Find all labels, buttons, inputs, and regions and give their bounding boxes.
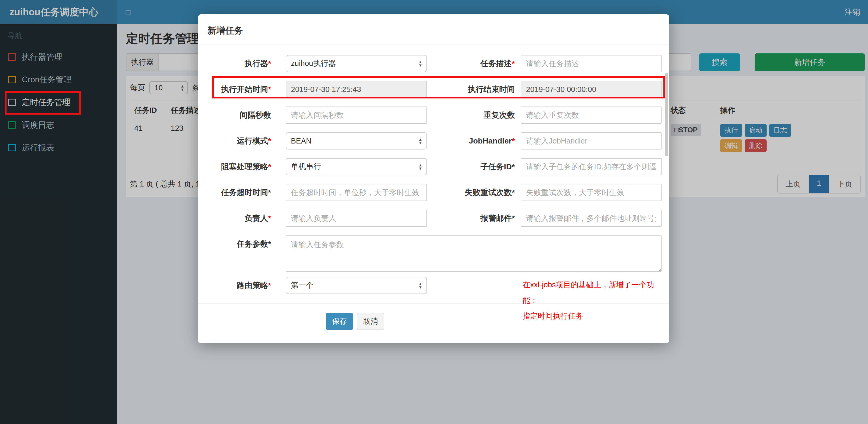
route-strategy-select-value: 第一个 — [291, 280, 314, 291]
form-row-1: 执行器* zuihou执行器 ▲▼ 任务描述* — [198, 55, 669, 72]
modal-title: 新增任务 — [198, 14, 669, 37]
jobhandler-input[interactable] — [521, 132, 661, 150]
feature-note-text: 在xxl-jobs项目的基础上，新增了一个功能： 指定时间执行任务 — [523, 277, 663, 324]
form-row-5: 阻塞处理策略* 单机串行 ▲▼ 子任务ID* — [198, 158, 669, 175]
fail-retry-label: 失败重试次数* — [427, 184, 515, 201]
jobhandler-label: JobHandler* — [427, 132, 515, 150]
fail-retry-input[interactable] — [521, 184, 661, 201]
cancel-button[interactable]: 取消 — [357, 313, 384, 330]
form-row-4: 运行模式* BEAN ▲▼ JobHandler* — [198, 132, 669, 150]
run-mode-select[interactable]: BEAN ▲▼ — [286, 132, 427, 150]
task-timeout-label: 任务超时时间* — [198, 184, 271, 201]
block-strategy-select-value: 单机串行 — [291, 161, 321, 172]
child-task-id-input[interactable] — [521, 158, 661, 175]
owner-label: 负责人* — [198, 210, 271, 227]
executor-select-value: zuihou执行器 — [291, 58, 336, 69]
interval-seconds-input[interactable] — [286, 106, 427, 124]
form-row-9: 路由策略* 第一个 ▲▼ 在xxl-jobs项目的基础上，新增了一个功能： 指定… — [198, 277, 669, 294]
feature-note-line2: 指定时间执行任务 — [523, 308, 663, 324]
save-button[interactable]: 保存 — [326, 313, 353, 330]
job-desc-label: 任务描述* — [427, 55, 515, 72]
interval-seconds-label: 间隔秒数 — [198, 106, 271, 124]
owner-input[interactable] — [286, 210, 427, 227]
form-row-3: 间隔秒数 重复次数 — [198, 106, 669, 124]
task-params-label: 任务参数* — [198, 235, 271, 253]
form-row-6: 任务超时时间* 失败重试次数* — [198, 184, 669, 201]
annotation-box-sidebar-item — [5, 91, 81, 115]
form-row-8: 任务参数* — [198, 235, 669, 272]
run-mode-label: 运行模式* — [198, 132, 271, 150]
child-task-id-label: 子任务ID* — [427, 158, 515, 175]
executor-select[interactable]: zuihou执行器 ▲▼ — [286, 55, 427, 72]
run-mode-select-value: BEAN — [291, 137, 311, 145]
task-timeout-input[interactable] — [286, 184, 427, 201]
annotation-box-time-row — [212, 76, 665, 98]
block-strategy-label: 阻塞处理策略* — [198, 158, 271, 175]
route-strategy-select[interactable]: 第一个 ▲▼ — [286, 277, 427, 294]
route-strategy-label: 路由策略* — [198, 277, 271, 294]
select-caret-icon: ▲▼ — [418, 282, 422, 289]
alarm-email-input[interactable] — [521, 210, 661, 227]
executor-label: 执行器* — [198, 55, 271, 72]
job-desc-input[interactable] — [521, 55, 661, 72]
form-row-7: 负责人* 报警邮件* — [198, 210, 669, 227]
repeat-count-label: 重复次数 — [427, 106, 515, 124]
modal-scrollbar-thumb[interactable] — [665, 73, 668, 156]
block-strategy-select[interactable]: 单机串行 ▲▼ — [286, 158, 427, 175]
select-caret-icon: ▲▼ — [418, 60, 422, 67]
app-root: zuihou任务调度中心 □ 注销 导航 执行器管理 Cron任务管理 定时任务… — [0, 0, 868, 424]
select-caret-icon: ▲▼ — [418, 163, 422, 170]
task-params-textarea[interactable] — [286, 235, 661, 272]
repeat-count-input[interactable] — [521, 106, 661, 124]
feature-note-line1: 在xxl-jobs项目的基础上，新增了一个功能： — [523, 277, 663, 308]
add-task-modal: 新增任务 执行器* zuihou执行器 ▲▼ 任务描述* 执行开始时间* 执行结… — [198, 14, 669, 343]
alarm-email-label: 报警邮件* — [427, 210, 515, 227]
select-caret-icon: ▲▼ — [418, 137, 422, 144]
